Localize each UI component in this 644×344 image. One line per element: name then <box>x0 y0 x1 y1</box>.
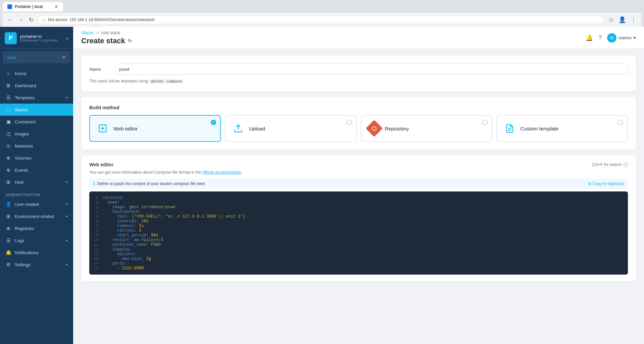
browser-tab-active[interactable]: Portainer | local ✕ <box>3 2 63 11</box>
copy-icon: ⧉ <box>588 181 591 186</box>
sidebar-collapse-button[interactable]: « <box>65 35 68 41</box>
code-line-16: 16 - 1111:8080 <box>89 266 628 271</box>
sidebar-item-events-label: Events <box>15 168 28 173</box>
sidebar-item-logs[interactable]: ☰ Logs ▾ <box>0 234 73 246</box>
code-line-1: 1 services: <box>89 195 628 200</box>
notifications-wrapper: 🔔 <box>586 34 593 42</box>
code-line-14: 14 max-size: 2g <box>89 256 628 261</box>
env-close-icon[interactable]: ✕ <box>62 55 66 60</box>
build-option-upload[interactable]: Upload <box>225 115 356 142</box>
forward-button[interactable]: → <box>17 15 25 24</box>
sidebar-item-volumes[interactable]: ⊕ Volumes <box>0 152 73 164</box>
help-hint-icon: ? <box>623 162 628 167</box>
browser-toolbar-icons: ☆ 👤 ⋮ <box>607 15 638 25</box>
code-editor[interactable]: 1 services: 2 pswd: 3 image: ghcr.io/rem… <box>89 191 628 275</box>
dashboard-icon: ⊞ <box>5 83 11 88</box>
sidebar-item-dashboard-label: Dashboard <box>15 83 36 88</box>
refresh-icon[interactable]: ↻ <box>128 38 132 44</box>
sidebar-item-home-label: Home <box>15 71 27 76</box>
url-text: 192.168.1.18:9000/#!/2/docker/stacks/new… <box>69 17 155 22</box>
code-line-9: 9 start_period: 90s <box>89 233 628 238</box>
build-option-custom-template[interactable]: Custom template <box>496 115 628 142</box>
browser-toolbar: ← → ↻ ⚠ Not secure 192.168.1.18:9000/#!/… <box>3 13 641 27</box>
repository-radio[interactable] <box>482 120 488 125</box>
header-actions: 🔔 ? M marius ▾ <box>586 33 636 43</box>
sidebar-item-templates[interactable]: ☰ Templates ▾ <box>0 92 73 104</box>
sidebar-item-user-label: User-related <box>15 202 39 207</box>
sidebar-item-env-label: Environment-related <box>15 214 54 219</box>
networks-icon: ⊙ <box>5 143 11 149</box>
custom-template-radio[interactable] <box>618 120 623 125</box>
main-content: Stacks > Add stack Create stack ↻ 🔔 ? M … <box>73 27 644 344</box>
code-line-11: 11 container_name: PSWD <box>89 242 628 247</box>
editor-section-title: Web editor <box>89 162 113 167</box>
breadcrumb: Stacks > Add stack <box>81 30 132 35</box>
code-line-15: 15 ports: <box>89 261 628 266</box>
build-option-repository[interactable]: ⬡ Repository <box>361 115 492 142</box>
star-button[interactable]: ☆ <box>607 15 615 25</box>
name-label: Name <box>89 67 109 72</box>
sidebar-item-registries-label: Registries <box>15 226 34 231</box>
menu-button[interactable]: ⋮ <box>629 15 638 25</box>
sidebar-item-containers[interactable]: ▣ Containers <box>0 116 73 128</box>
search-hint: Ctrl+F for search ? <box>592 162 628 167</box>
copy-to-clipboard-button[interactable]: ⧉ Copy to clipboard <box>588 181 624 186</box>
sidebar-item-templates-label: Templates <box>15 95 35 100</box>
sidebar-item-networks[interactable]: ⊙ Networks <box>0 140 73 152</box>
official-docs-link[interactable]: official documentation. <box>202 170 242 175</box>
sidebar-item-environment-related[interactable]: ⊞ Environment-related ▾ <box>0 210 73 222</box>
sidebar-item-logs-label: Logs <box>15 238 24 243</box>
user-related-icon: 👤 <box>5 202 11 207</box>
breadcrumb-stacks-link[interactable]: Stacks <box>81 30 94 35</box>
sidebar-item-events[interactable]: ⊛ Events <box>0 164 73 176</box>
templates-icon: ☰ <box>5 95 11 100</box>
notifications-button[interactable]: 🔔 <box>586 34 593 42</box>
sidebar-item-settings[interactable]: ⚙ Settings ▾ <box>0 259 73 271</box>
back-button[interactable]: ← <box>6 15 14 24</box>
images-icon: ◫ <box>5 131 11 136</box>
build-method-section: Build method Web editor ✓ <box>81 97 636 150</box>
user-avatar: M <box>607 33 616 43</box>
sidebar-item-notifications[interactable]: 🔔 Notifications <box>0 246 73 259</box>
host-icon: ⊞ <box>5 179 11 185</box>
sidebar-item-host[interactable]: ⊞ Host ▾ <box>0 176 73 188</box>
name-input[interactable] <box>115 64 628 75</box>
profile-button[interactable]: 👤 <box>617 15 627 25</box>
address-bar[interactable]: ⚠ Not secure 192.168.1.18:9000/#!/2/dock… <box>37 15 604 24</box>
info-icon: ℹ <box>93 181 95 186</box>
page-title: Create stack ↻ <box>81 37 132 45</box>
app-container: P portainer.io COMMUNITY EDITION « local… <box>0 27 644 344</box>
build-option-web-editor[interactable]: Web editor ✓ <box>89 115 221 142</box>
browser-chrome: Portainer | local ✕ ← → ↻ ⚠ Not secure 1… <box>0 0 644 27</box>
help-button[interactable]: ? <box>598 34 602 41</box>
deploy-code: docker compose <box>149 79 184 84</box>
logo-text: portainer.io COMMUNITY EDITION <box>20 34 57 43</box>
tab-close-button[interactable]: ✕ <box>54 4 58 9</box>
editor-header: Web editor Ctrl+F for search ? <box>89 162 628 167</box>
deploy-note: This stack will be deployed using docker… <box>89 79 628 83</box>
user-menu[interactable]: M marius ▾ <box>607 33 636 43</box>
sidebar: P portainer.io COMMUNITY EDITION « local… <box>0 27 73 344</box>
sidebar-item-user-related[interactable]: 👤 User-related ▾ <box>0 198 73 210</box>
breadcrumb-separator: > <box>96 30 99 35</box>
editor-info-bar: ℹ Define or paste the content of your do… <box>89 179 628 189</box>
env-name: local <box>7 55 16 60</box>
environment-icon: ⊞ <box>5 214 11 219</box>
top-header: Stacks > Add stack Create stack ↻ 🔔 ? M … <box>73 27 644 49</box>
web-editor-radio[interactable]: ✓ <box>211 120 216 125</box>
upload-radio[interactable] <box>347 120 352 125</box>
sidebar-environment[interactable]: local ✕ <box>3 51 70 63</box>
sidebar-item-stacks-label: Stacks <box>15 107 28 112</box>
tab-favicon <box>7 4 12 9</box>
code-line-4: 4 healthcheck: <box>89 210 628 214</box>
sidebar-item-home[interactable]: ⌂ Home <box>0 67 73 79</box>
name-section: Name This stack will be deployed using d… <box>81 56 636 92</box>
reload-button[interactable]: ↻ <box>28 15 35 24</box>
sidebar-item-stacks[interactable]: ⬚ Stacks <box>0 104 73 116</box>
user-name: marius <box>618 35 632 40</box>
sidebar-item-registries[interactable]: ⊕ Registries <box>0 222 73 234</box>
admin-section-label: Administration <box>0 188 73 198</box>
sidebar-item-images[interactable]: ◫ Images <box>0 128 73 140</box>
sidebar-item-dashboard[interactable]: ⊞ Dashboard <box>0 79 73 92</box>
sidebar-item-networks-label: Networks <box>15 144 33 149</box>
